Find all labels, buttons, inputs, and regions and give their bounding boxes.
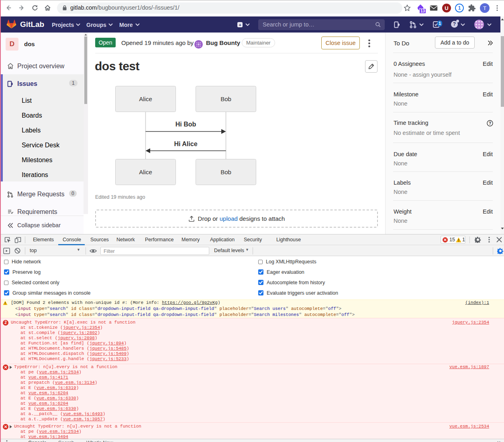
- svg-text:Alice: Alice: [139, 96, 152, 102]
- svg-text:Hi Bob: Hi Bob: [175, 121, 196, 128]
- svg-text:Alice: Alice: [139, 169, 152, 175]
- svg-text:Hi Alice: Hi Alice: [174, 141, 197, 147]
- svg-text:?: ?: [489, 121, 491, 126]
- svg-text:Bob: Bob: [220, 169, 231, 175]
- svg-text:Bob: Bob: [220, 96, 231, 102]
